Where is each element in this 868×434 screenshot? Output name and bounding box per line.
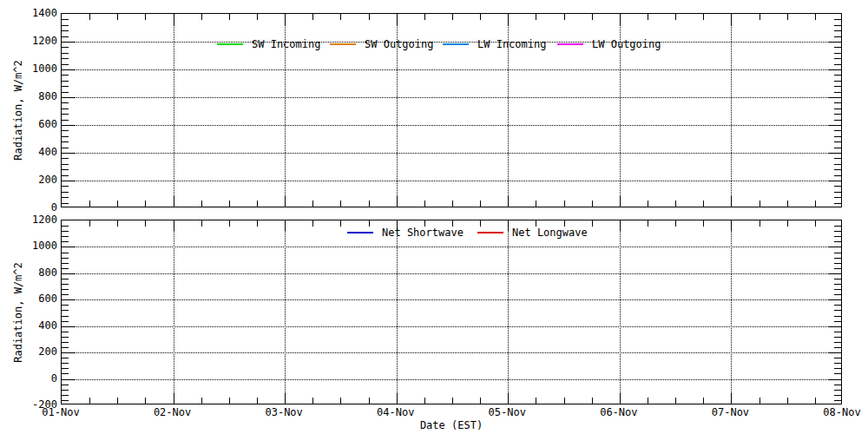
legend-item: LW Outgoing [557,38,661,50]
y-axis-tick [62,373,69,374]
x-axis-tick [760,201,760,207]
x-axis-tick [703,220,704,227]
y-axis-tick [834,390,841,391]
x-axis-tick [731,220,732,232]
y-axis-tick [834,148,841,148]
y-axis-tick [62,342,69,343]
x-axis-tick [257,398,258,404]
y-tick-label: 400 [17,147,57,157]
gridline-horizontal [62,69,841,70]
y-axis-tick [834,347,841,348]
y-axis-tick [62,108,69,109]
y-axis-tick [62,97,75,98]
y-axis-tick [834,236,841,237]
y-axis-tick [62,81,69,82]
y-axis-tick [62,273,75,274]
y-axis-tick [62,169,69,170]
y-axis-tick [62,294,69,295]
y-axis-tick [834,305,841,306]
x-axis-tick [229,14,230,20]
y-axis-tick [62,158,69,159]
gridline-horizontal [62,181,841,181]
y-axis-tick [834,385,841,385]
y-axis-tick [62,102,69,103]
y-tick-label: 600 [17,119,57,129]
x-axis-tick [480,201,481,207]
y-axis-tick [62,75,69,76]
y-axis-tick [62,19,69,20]
y-axis-tick [62,69,75,70]
x-axis-tick [815,201,816,207]
x-axis-tick [675,14,676,20]
y-axis-tick [834,321,841,322]
gridline-vertical [397,220,398,404]
y-axis-tick [834,294,841,295]
x-axis-tick [536,220,536,227]
gridline-horizontal [62,153,841,154]
gridline-vertical [174,220,174,404]
y-axis-tick [62,125,75,126]
x-axis-tick [760,14,760,20]
y-axis-tick [62,299,75,300]
x-axis-tick [648,398,648,404]
x-axis-tick [89,220,90,227]
y-axis-tick [834,373,841,374]
x-axis-tick [174,195,174,207]
y-axis-tick [62,30,69,31]
y-axis-tick [834,192,841,193]
x-axis-tick [117,14,118,20]
x-axis-tick [564,201,565,207]
x-axis-tick [117,398,118,404]
legend-swatch [443,43,469,45]
x-axis-tick [815,398,816,404]
y-axis-tick [834,358,841,358]
y-axis-tick [62,92,69,93]
y-axis-tick [834,120,841,121]
gridline-horizontal [62,299,841,300]
x-axis-tick [536,14,536,20]
y-axis-tick [834,175,841,176]
legend-label: SW Outgoing [365,38,433,50]
y-axis-tick [62,164,69,165]
y-axis-tick [828,247,841,247]
x-axis-tick [787,220,788,227]
x-axis-tick [703,398,704,404]
x-tick-label: 03-Nov [256,407,312,418]
x-tick-label: 05-Nov [479,407,535,418]
y-axis-tick [62,390,69,391]
y-tick-label: 200 [17,346,57,357]
legend-item: LW Incoming [443,38,546,50]
y-axis-tick [62,226,69,227]
y-tick-label: 0 [17,202,57,213]
gridline-horizontal [62,247,841,247]
y-axis-tick [834,64,841,65]
y-axis-label-top: Radiation, W/m^2 [12,60,24,161]
x-axis-tick [340,398,341,404]
x-axis-label: Date (EST) [61,419,842,431]
x-axis-tick [675,220,676,227]
y-axis-tick [62,321,69,322]
x-axis-tick [285,392,286,404]
gridline-horizontal [62,273,841,274]
y-axis-tick [834,363,841,364]
x-axis-tick [397,195,398,207]
x-axis-tick [508,392,509,404]
gridline-vertical [174,14,174,207]
y-axis-tick [62,181,75,181]
y-axis-tick [834,241,841,242]
y-axis-tick [828,299,841,300]
x-axis-tick [145,398,146,404]
legend-label: Net Shortwave [382,227,464,239]
y-axis-tick [62,263,69,264]
x-axis-tick [592,201,593,207]
y-axis-tick [62,316,69,317]
legend-label: LW Incoming [477,38,546,50]
x-axis-tick [424,14,425,20]
x-axis-tick [340,14,341,20]
y-axis-tick [62,268,69,269]
y-axis-tick [62,400,69,401]
x-tick-label: 08-Nov [814,407,868,418]
y-axis-tick [62,36,69,37]
y-tick-label: 200 [17,174,57,185]
y-axis-tick [834,164,841,165]
